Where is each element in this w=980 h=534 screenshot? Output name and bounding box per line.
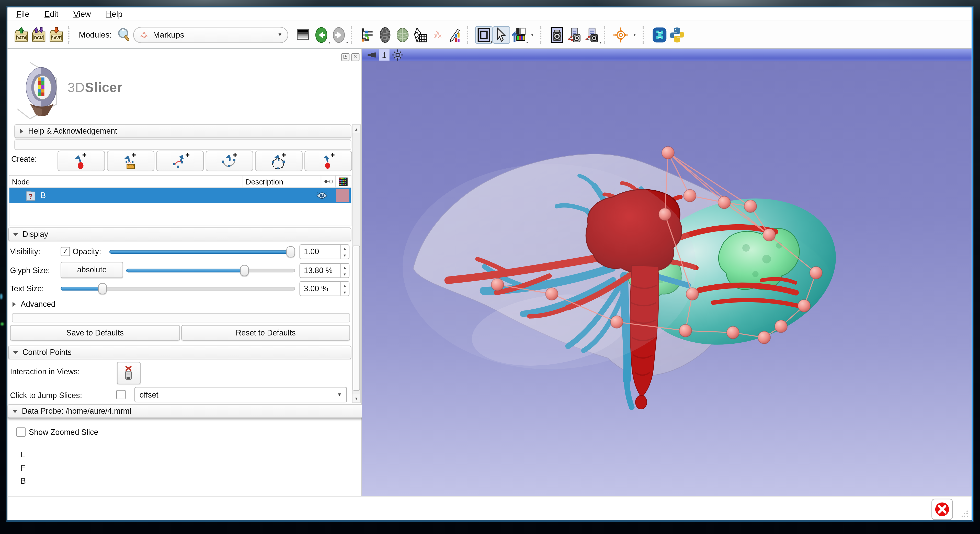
visibility-checkbox[interactable]: ✓ [60, 247, 70, 256]
forward-menu-arrow-icon[interactable]: ▾ [346, 40, 348, 44]
python-console-button[interactable] [668, 26, 686, 43]
extra-dropdown-arrow-icon[interactable]: ▾ [531, 32, 533, 37]
load-dicom-button[interactable]: DCM [30, 26, 47, 43]
crosshair-arrow-icon[interactable]: ▾ [633, 32, 636, 37]
error-log-button[interactable] [931, 499, 953, 520]
control-point[interactable] [744, 200, 757, 213]
click-to-jump-checkbox[interactable] [116, 390, 126, 399]
reset-to-defaults-button[interactable]: Reset to Defaults [181, 325, 350, 340]
glyph-size-slider-thumb[interactable] [240, 265, 249, 276]
control-points-section-header[interactable]: Control Points [8, 346, 352, 359]
visibility-eye-icon[interactable] [317, 192, 328, 199]
control-point[interactable] [659, 208, 671, 221]
create-point-list-button[interactable] [57, 151, 105, 171]
create-angle-button[interactable] [156, 151, 204, 171]
text-size-slider[interactable] [60, 283, 295, 293]
panel-float-icon[interactable]: ◳ [341, 53, 349, 61]
menu-view[interactable]: View [73, 10, 91, 19]
view-options-icon[interactable] [392, 49, 403, 60]
scrollbar-down-icon[interactable]: ▼ [353, 394, 360, 402]
jump-mode-dropdown[interactable]: offset ▼ [134, 387, 347, 402]
control-point[interactable] [679, 324, 692, 337]
spin-down-icon[interactable]: ▼ [341, 252, 349, 259]
create-closed-curve-button[interactable] [255, 151, 303, 171]
menu-file[interactable]: File [16, 10, 29, 19]
glyph-size-spinbox[interactable]: 13.80 % ▲▼ [299, 263, 350, 278]
annotations-button[interactable] [446, 26, 464, 43]
control-point[interactable] [662, 146, 674, 159]
control-point[interactable] [491, 278, 504, 291]
3d-scene[interactable] [362, 61, 972, 496]
scrollbar-handle[interactable] [353, 246, 360, 390]
navigate-forward-button[interactable]: ▾ [330, 26, 347, 43]
create-point-button[interactable] [304, 151, 352, 171]
advanced-section-header[interactable]: Advanced [13, 300, 56, 308]
node-table-header[interactable]: Node Description [10, 176, 351, 188]
glyph-mode-button[interactable]: absolute [60, 262, 123, 278]
volume-rendering-button[interactable] [376, 26, 394, 43]
save-button[interactable]: SAVE [48, 26, 65, 43]
opacity-spinbox[interactable]: 1.00 ▲▼ [299, 244, 350, 259]
scene-view-capture-button[interactable] [566, 26, 583, 43]
opacity-slider-thumb[interactable] [286, 246, 295, 257]
extensions-manager-button[interactable] [651, 26, 668, 43]
control-point[interactable] [798, 299, 811, 312]
opacity-slider[interactable] [110, 246, 295, 256]
glyph-size-slider[interactable] [126, 265, 295, 275]
window-level-icon[interactable] [297, 29, 309, 40]
control-point[interactable] [727, 326, 739, 339]
pin-icon[interactable] [368, 51, 376, 59]
module-search-button[interactable] [116, 26, 133, 43]
green-volume-button[interactable] [394, 26, 411, 43]
view-tab-label[interactable]: 1 [379, 49, 390, 60]
save-to-defaults-button[interactable]: Save to Defaults [10, 325, 180, 340]
control-point[interactable] [718, 196, 730, 209]
control-point[interactable] [810, 267, 822, 279]
module-selector-combo[interactable]: ✳✳✳ Markups ▼ [133, 27, 288, 43]
data-probe-section-header[interactable]: Data Probe: /home/aure/4.mrml [7, 404, 363, 418]
mouse-interaction-button[interactable] [493, 26, 510, 43]
spin-up-icon[interactable]: ▲ [341, 245, 349, 252]
layout-menu-arrow-icon[interactable]: ▾ [490, 39, 492, 43]
resize-grip[interactable] [960, 509, 969, 518]
create-open-curve-button[interactable] [206, 151, 253, 171]
spin-up-icon[interactable]: ▲ [341, 264, 349, 270]
text-size-spinbox[interactable]: 3.00 % ▲▼ [299, 281, 350, 296]
viewer-colors-button[interactable]: ▾ [510, 26, 527, 43]
panel-close-icon[interactable]: ✕ [352, 53, 360, 61]
navigate-back-button[interactable]: ▾ [312, 26, 330, 43]
control-point[interactable] [758, 331, 770, 344]
create-line-button[interactable] [107, 151, 154, 171]
models-mesh-button[interactable] [411, 26, 429, 43]
control-point[interactable] [763, 229, 775, 241]
screenshot-button[interactable] [549, 26, 566, 43]
help-acknowledgement-header[interactable]: Help & Acknowledgement [14, 124, 351, 138]
node-row-selected[interactable]: ? B [10, 188, 351, 203]
layout-selector-button[interactable]: ▾ [475, 26, 492, 43]
scene-view-menu-button[interactable]: ▾ [584, 26, 601, 43]
node-color-swatch[interactable] [336, 189, 349, 202]
control-point[interactable] [611, 316, 623, 328]
spin-down-icon[interactable]: ▼ [341, 289, 349, 296]
menu-help[interactable]: Help [106, 10, 123, 19]
threed-viewport[interactable] [362, 61, 972, 496]
control-point[interactable] [684, 189, 696, 202]
load-data-button[interactable]: DATA [13, 26, 30, 43]
markups-toolbar-button[interactable]: ✳✳✳ [429, 26, 446, 43]
viewer-colors-arrow-icon[interactable]: ▾ [526, 40, 528, 44]
crosshair-button[interactable] [612, 26, 630, 43]
display-section-header[interactable]: Display [8, 227, 352, 241]
menu-edit[interactable]: Edit [45, 10, 59, 19]
show-zoomed-slice-checkbox[interactable] [16, 428, 26, 437]
scene-view-arrow-icon[interactable]: ▾ [600, 40, 601, 44]
control-point[interactable] [686, 288, 698, 300]
spin-down-icon[interactable]: ▼ [341, 270, 349, 278]
subject-hierarchy-button[interactable] [359, 26, 376, 43]
scrollbar-up-icon[interactable]: ▲ [353, 125, 360, 133]
control-point[interactable] [775, 320, 787, 333]
text-size-slider-thumb[interactable] [98, 283, 107, 294]
control-point[interactable] [546, 288, 558, 300]
interaction-toggle-button[interactable] [117, 362, 141, 384]
panel-scrollbar[interactable]: ▲ ▼ [352, 124, 361, 403]
spin-up-icon[interactable]: ▲ [341, 282, 349, 289]
